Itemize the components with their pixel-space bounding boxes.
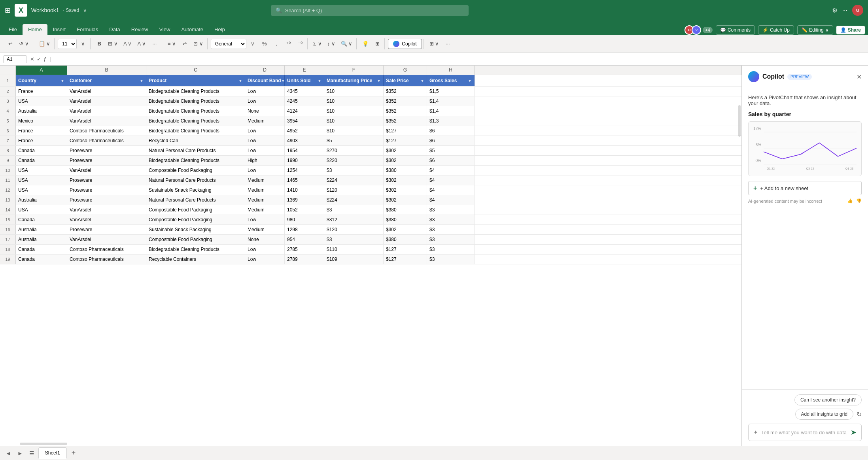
- ideas-button[interactable]: 💡: [360, 38, 371, 49]
- data-cell[interactable]: 3954: [285, 116, 324, 126]
- data-cell[interactable]: Medium: [245, 195, 285, 205]
- data-cell[interactable]: Compostable Food Packaging: [146, 215, 245, 224]
- data-cell[interactable]: High: [245, 156, 285, 165]
- table-row[interactable]: 4AustraliaVanArsdelBiodegradable Cleanin…: [0, 106, 741, 116]
- increase-decimal[interactable]: ⁺⁰: [283, 38, 294, 49]
- bold-button[interactable]: B: [94, 38, 105, 49]
- data-cell[interactable]: 980: [285, 215, 324, 224]
- data-cell[interactable]: VanArsdel: [67, 215, 146, 224]
- table-row[interactable]: 2FranceVanArsdelBiodegradable Cleaning P…: [0, 87, 741, 96]
- thumbs-up-icon[interactable]: 👍: [847, 198, 853, 204]
- data-cell[interactable]: Medium: [245, 225, 285, 234]
- merge-button[interactable]: ⊡ ∨: [191, 38, 206, 49]
- tab-formulas[interactable]: Formulas: [71, 24, 104, 35]
- data-cell[interactable]: $312: [324, 215, 384, 224]
- data-cell[interactable]: Proseware: [67, 195, 146, 205]
- data-cell[interactable]: Canada: [16, 215, 67, 224]
- data-cell[interactable]: France: [16, 126, 67, 136]
- data-cell[interactable]: Biodegradable Cleaning Products: [146, 106, 245, 116]
- copilot-close-button[interactable]: ✕: [857, 73, 862, 81]
- data-cell[interactable]: VanArsdel: [67, 96, 146, 106]
- data-cell[interactable]: VanArsdel: [67, 87, 146, 96]
- copilot-chat-input[interactable]: [761, 430, 847, 435]
- data-cell[interactable]: VanArsdel: [67, 205, 146, 215]
- data-cell[interactable]: 4245: [285, 96, 324, 106]
- col-header-f[interactable]: F: [324, 66, 384, 75]
- table-row[interactable]: 18CanadaContoso PharmaceuticalsBiodegrad…: [0, 245, 741, 255]
- data-cell[interactable]: $5: [427, 146, 475, 155]
- data-cell[interactable]: $10: [324, 126, 384, 136]
- spreadsheet[interactable]: A B C D E F G H 1 Country ▼ Customer ▼ P…: [0, 66, 741, 446]
- table-row[interactable]: 17AustraliaVanArsdelCompostable Food Pac…: [0, 235, 741, 245]
- table-format-button[interactable]: ⊞ ∨: [427, 38, 442, 49]
- filter-icon-customer[interactable]: ▼: [140, 79, 144, 83]
- data-cell[interactable]: $127: [384, 255, 427, 264]
- cancel-formula-icon[interactable]: ✕: [30, 56, 34, 62]
- data-cell[interactable]: $302: [384, 146, 427, 155]
- comments-button[interactable]: 💬 Comments: [716, 25, 755, 35]
- data-cell[interactable]: $302: [384, 225, 427, 234]
- insert-function-icon[interactable]: ƒ: [43, 56, 46, 62]
- tab-review[interactable]: Review: [126, 24, 154, 35]
- data-cell[interactable]: 1954: [285, 146, 324, 155]
- formula-input[interactable]: [54, 56, 865, 62]
- filter-icon-units[interactable]: ▼: [318, 79, 321, 83]
- data-cell[interactable]: $6: [427, 156, 475, 165]
- data-cell[interactable]: 1410: [285, 185, 324, 195]
- share-button[interactable]: 👤 Share: [836, 26, 865, 34]
- data-cell[interactable]: Low: [245, 136, 285, 145]
- data-cell[interactable]: $3: [427, 205, 475, 215]
- data-cell[interactable]: $10: [324, 116, 384, 126]
- data-cell[interactable]: VanArsdel: [67, 166, 146, 175]
- data-cell[interactable]: $380: [384, 215, 427, 224]
- data-cell[interactable]: Biodegradable Cleaning Products: [146, 116, 245, 126]
- filter-icon-product[interactable]: ▼: [238, 79, 242, 83]
- user-avatar[interactable]: U: [852, 5, 863, 16]
- data-cell[interactable]: $109: [324, 255, 384, 264]
- border-button[interactable]: ⊞ ∨: [106, 38, 120, 49]
- data-cell[interactable]: Proseware: [67, 185, 146, 195]
- data-cell[interactable]: VanArsdel: [67, 116, 146, 126]
- data-cell[interactable]: None: [245, 235, 285, 244]
- col-header-a[interactable]: A: [16, 66, 67, 75]
- font-size-chevron[interactable]: ∨: [78, 38, 89, 49]
- data-cell[interactable]: Australia: [16, 235, 67, 244]
- data-cell[interactable]: USA: [16, 175, 67, 185]
- data-cell[interactable]: USA: [16, 205, 67, 215]
- header-sale[interactable]: Sale Price ▼: [384, 75, 427, 86]
- thumbs-down-icon[interactable]: 👎: [856, 198, 862, 204]
- more-format[interactable]: ···: [149, 38, 160, 49]
- data-cell[interactable]: France: [16, 136, 67, 145]
- data-cell[interactable]: Compostable Food Packaging: [146, 235, 245, 244]
- settings-icon[interactable]: ⚙: [832, 7, 838, 14]
- data-cell[interactable]: $224: [324, 175, 384, 185]
- data-cell[interactable]: $10: [324, 87, 384, 96]
- percent-button[interactable]: %: [259, 38, 270, 49]
- font-color-button[interactable]: A ∨: [135, 38, 148, 49]
- confirm-formula-icon[interactable]: ✓: [37, 56, 41, 62]
- data-cell[interactable]: 1298: [285, 225, 324, 234]
- data-cell[interactable]: $380: [384, 166, 427, 175]
- table-row[interactable]: 3USAVanArsdelBiodegradable Cleaning Prod…: [0, 96, 741, 106]
- data-cell[interactable]: Low: [245, 255, 285, 264]
- tab-data[interactable]: Data: [104, 24, 125, 35]
- data-cell[interactable]: $302: [384, 185, 427, 195]
- table-row[interactable]: 15CanadaVanArsdelCompostable Food Packag…: [0, 215, 741, 225]
- header-gross[interactable]: Gross Sales ▼: [427, 75, 475, 86]
- data-cell[interactable]: Low: [245, 215, 285, 224]
- data-cell[interactable]: $270: [324, 146, 384, 155]
- col-header-c[interactable]: C: [146, 66, 245, 75]
- data-cell[interactable]: Low: [245, 96, 285, 106]
- decrease-decimal[interactable]: ⁻⁰: [295, 38, 306, 49]
- data-cell[interactable]: $352: [384, 106, 427, 116]
- data-cell[interactable]: 954: [285, 235, 324, 244]
- data-cell[interactable]: Contoso Pharmaceuticals: [67, 255, 146, 264]
- data-cell[interactable]: Proseware: [67, 225, 146, 234]
- editing-button[interactable]: ✏️ Editing ∨: [797, 25, 833, 35]
- data-cell[interactable]: $1,5: [427, 87, 475, 96]
- header-country[interactable]: Country ▼: [16, 75, 67, 86]
- table-row[interactable]: 12USAProsewareSustainable Snack Packagin…: [0, 185, 741, 195]
- table-row[interactable]: 16AustraliaProsewareSustainable Snack Pa…: [0, 225, 741, 235]
- refresh-icon[interactable]: ↻: [857, 411, 862, 418]
- sheet-tab-1[interactable]: Sheet1: [38, 447, 67, 459]
